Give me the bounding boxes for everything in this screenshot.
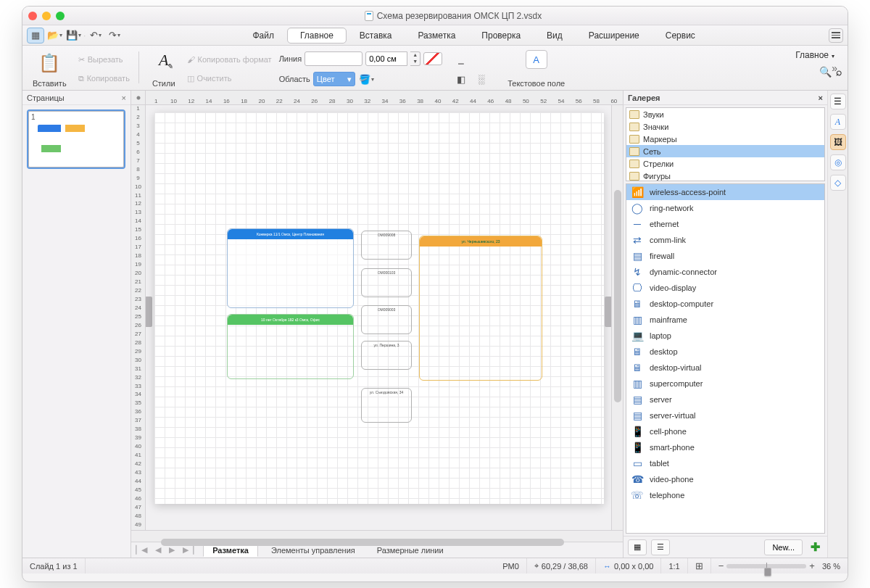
hamburger-menu-button[interactable] — [829, 28, 843, 43]
gallery-shape-item[interactable]: ▥supercomputer — [626, 376, 824, 392]
cut-button[interactable]: ✂︎Вырезать — [78, 52, 130, 67]
diagram-midbox-1[interactable]: OM009008 — [361, 231, 412, 260]
gallery-shape-item[interactable]: ⇄comm-link — [626, 232, 824, 248]
gallery-close-icon[interactable]: × — [819, 94, 823, 102]
diagram-midbox-5[interactable]: ул. Съездовская, 34 — [361, 388, 412, 423]
right-panel-handle[interactable] — [605, 297, 611, 327]
left-panel-handle[interactable] — [146, 297, 152, 327]
fill-color-button[interactable]: 🪣▾ — [358, 71, 376, 87]
drawing-page[interactable]: Конверка 11/1 Омск, Центр Планования 10 … — [154, 112, 604, 504]
gallery-shape-item[interactable]: 🖵video-display — [626, 280, 824, 296]
contextual-tab[interactable]: Главное▾ — [788, 49, 842, 62]
vertical-ruler[interactable]: 1234567891011121314151617181920212223242… — [131, 105, 146, 530]
line-endcap-button[interactable]: ⎯ — [452, 51, 470, 67]
gallery-category-item[interactable]: Значки — [626, 120, 824, 133]
ruler-corner[interactable] — [131, 91, 146, 105]
zoom-out-button[interactable]: − — [718, 560, 724, 571]
sidebar-properties-button[interactable]: ☰ — [830, 94, 846, 109]
gallery-category-item[interactable]: Звуки — [626, 108, 824, 120]
gallery-shape-item[interactable]: ↯dynamic-connector — [626, 264, 824, 280]
gallery-shape-item[interactable]: ─ethernet — [626, 216, 824, 232]
gallery-new-button[interactable]: New... — [764, 539, 803, 555]
gallery-shape-item[interactable]: 🖥desktop-virtual — [626, 360, 824, 376]
find-replace-icon[interactable]: ⌕ — [836, 66, 842, 78]
textbox-icon[interactable]: A — [526, 50, 547, 69]
gallery-category-item[interactable]: Маркеры — [626, 133, 824, 145]
status-fit-button[interactable]: ⊞ — [688, 558, 711, 573]
pattern-button[interactable]: ░ — [473, 71, 490, 87]
line-width-spinner[interactable]: ▲▼ — [410, 51, 420, 66]
redo-button[interactable]: ↷▾ — [106, 28, 123, 44]
styles-icon[interactable]: A✎ — [154, 50, 174, 70]
horizontal-scrollbar[interactable] — [131, 530, 623, 542]
line-style-select[interactable] — [304, 51, 362, 66]
diagram-midbox-2[interactable]: OM000103 — [361, 268, 412, 297]
canvas-scroll-area[interactable]: Конверка 11/1 Омск, Центр Планования 10 … — [146, 105, 611, 530]
gallery-shape-item[interactable]: ▥mainframe — [626, 312, 824, 328]
gallery-shape-item[interactable]: 🖥desktop — [626, 344, 824, 360]
gallery-shape-item[interactable]: ☎video-phone — [626, 471, 824, 487]
menu-view[interactable]: Вид — [534, 28, 576, 44]
gallery-add-icon[interactable]: ✚ — [807, 539, 823, 555]
gallery-shape-item[interactable]: ◯ring-network — [626, 200, 824, 216]
diagram-block-a[interactable]: Конверка 11/1 Омск, Центр Планования — [227, 228, 354, 308]
menu-file[interactable]: Файл — [239, 28, 287, 44]
diagram-block-b[interactable]: 10 лет Октября 182 к3 Омск, Офис — [227, 314, 354, 379]
sheet-tab-3[interactable]: Размерные линии — [368, 544, 452, 556]
menu-insert[interactable]: Вставка — [347, 28, 405, 44]
gallery-category-item[interactable]: Стрелки — [626, 157, 824, 170]
gallery-shape-item[interactable]: ▭tablet — [626, 455, 824, 471]
close-window-button[interactable] — [28, 12, 37, 20]
sidebar-navigator-button[interactable]: ◎ — [830, 154, 846, 170]
minimize-window-button[interactable] — [42, 12, 51, 20]
clear-button[interactable]: ◫Очистить — [187, 71, 272, 86]
line-width-input[interactable] — [365, 51, 407, 66]
save-button[interactable]: 💾▾ — [65, 28, 82, 44]
gallery-shape-item[interactable]: ▤firewall — [626, 248, 824, 264]
diagram-midbox-3[interactable]: OM009003 — [361, 305, 412, 334]
menu-home[interactable]: Главное — [287, 28, 347, 44]
gallery-shape-item[interactable]: ▤server — [626, 392, 824, 407]
maximize-window-button[interactable] — [56, 12, 65, 20]
page-thumbnail-1[interactable]: 1 — [28, 111, 124, 167]
paste-icon[interactable]: 📋 — [36, 50, 62, 76]
gallery-icon-view-button[interactable]: ▦ — [628, 539, 647, 555]
horizontal-ruler[interactable]: 1101214161820222426283032343638404244464… — [146, 91, 623, 105]
find-icon[interactable]: 🔍 — [819, 66, 832, 78]
zoom-slider[interactable] — [726, 564, 806, 568]
sidebar-gallery-button[interactable]: 🖼 — [830, 134, 846, 150]
menu-check[interactable]: Проверка — [468, 28, 534, 44]
gallery-category-list[interactable]: ЗвукиЗначкиМаркерыСетьСтрелкиФигуры — [626, 107, 825, 181]
line-color-button[interactable] — [423, 52, 442, 65]
sidebar-shapes-button[interactable]: ◇ — [830, 175, 846, 191]
sheet-tab-2[interactable]: Элементы управления — [262, 544, 364, 556]
vertical-scrollbar[interactable] — [611, 105, 623, 530]
gallery-shape-item[interactable]: 🖥desktop-computer — [626, 296, 824, 312]
sheet-nav-arrows[interactable]: ⎮◀ ◀ ▶ ▶⎮ — [134, 545, 199, 555]
zoom-value[interactable]: 36 % — [822, 562, 840, 571]
zoom-in-button[interactable]: + — [809, 560, 815, 571]
diagram-block-c[interactable]: ул. Чернышевского, 23 — [419, 236, 542, 381]
normal-view-button[interactable]: ▦ — [27, 28, 44, 44]
gallery-shape-list[interactable]: 📶wireless-access-point◯ring-network─ethe… — [626, 183, 825, 534]
gallery-shape-item[interactable]: ▤server-virtual — [626, 407, 824, 423]
gallery-list-view-button[interactable]: ☰ — [651, 539, 670, 555]
gallery-category-item[interactable]: Сеть — [626, 145, 824, 157]
gallery-shape-item[interactable]: 💻laptop — [626, 328, 824, 344]
copy-button[interactable]: ⧉Копировать — [78, 71, 130, 86]
diagram-midbox-4[interactable]: ул. Першина, 3 — [361, 341, 412, 370]
menu-service[interactable]: Сервис — [652, 28, 708, 44]
gallery-shape-item[interactable]: ☏telephone — [626, 487, 824, 503]
gallery-shape-item[interactable]: 📱cell-phone — [626, 423, 824, 439]
copy-format-button[interactable]: 🖌︎Копировать формат — [187, 52, 272, 67]
fill-type-select[interactable]: Цвет▾ — [313, 72, 355, 86]
gallery-category-item[interactable]: Фигуры — [626, 170, 824, 181]
menu-layout[interactable]: Разметка — [405, 28, 468, 44]
menu-extension[interactable]: Расширение — [576, 28, 652, 44]
gradient-button[interactable]: ◧ — [452, 71, 470, 87]
open-button[interactable]: 📂▾ — [46, 28, 63, 44]
status-scale[interactable]: 1:1 — [661, 558, 687, 573]
undo-button[interactable]: ↶▾ — [87, 28, 104, 44]
pages-panel-close-icon[interactable]: × — [122, 94, 126, 102]
gallery-shape-item[interactable]: 📱smart-phone — [626, 439, 824, 455]
